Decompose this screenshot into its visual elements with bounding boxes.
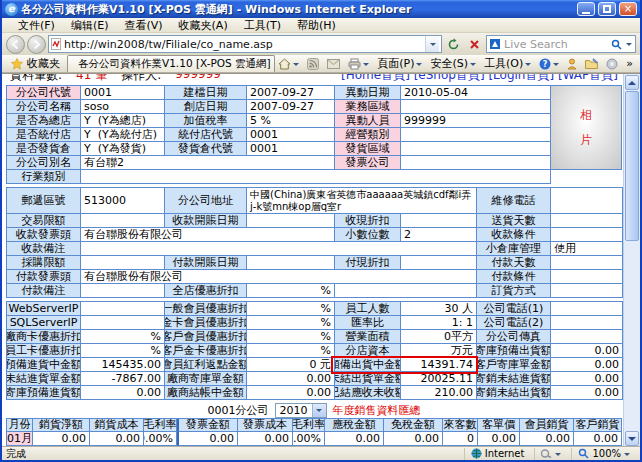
url-dropdown-button[interactable]	[425, 36, 439, 52]
search-icon[interactable]	[611, 39, 622, 50]
search-options-chevron-icon[interactable]	[626, 43, 632, 49]
scrollbar-thumb[interactable]	[625, 91, 639, 241]
form-field[interactable]	[551, 228, 623, 242]
form-field[interactable]: 145435.00	[81, 358, 165, 372]
form-field[interactable]: 0.00%	[293, 432, 325, 446]
menu-favorites[interactable]: 收藏夹(A)	[171, 18, 236, 33]
form-field[interactable]: 0.00	[574, 432, 622, 446]
form-field[interactable]	[81, 214, 165, 228]
menu-file[interactable]: 文件(F)	[10, 18, 63, 33]
form-field[interactable]: %	[247, 330, 335, 344]
form-field[interactable]: 2007-09-27	[247, 100, 335, 114]
menu-help[interactable]: 帮助(H)	[289, 18, 344, 33]
favorites-button[interactable]: 收藏夹	[4, 55, 67, 72]
form-field[interactable]: 0.00	[177, 432, 238, 446]
form-field[interactable]: 有台聯2	[81, 156, 335, 170]
form-field[interactable]: 有台聯股份有限公司	[81, 228, 335, 242]
year-select-button[interactable]	[312, 404, 326, 417]
form-field[interactable]: Y (Y為發貨)	[81, 142, 165, 156]
tab-active[interactable]: 各分公司資料作業V1.10 [X-POS 雲通網]	[67, 55, 275, 72]
close-button[interactable]: ×	[619, 2, 637, 16]
form-field[interactable]: 万元	[401, 344, 477, 358]
form-field[interactable]: 0.00	[384, 432, 443, 446]
form-field[interactable]: 0001	[247, 128, 335, 142]
form-field[interactable]	[401, 142, 551, 156]
form-field[interactable]: 0.00	[247, 372, 335, 386]
form-field[interactable]: %	[247, 284, 335, 298]
form-field[interactable]	[551, 256, 623, 270]
form-field[interactable]	[401, 256, 477, 270]
form-field[interactable]: 使用	[551, 242, 623, 256]
form-field[interactable]: 有台聯股份有限公司	[81, 270, 477, 284]
mail-button[interactable]	[324, 59, 343, 69]
form-field[interactable]: 0.00	[551, 386, 623, 400]
toolbar-overflow-button[interactable]: »	[623, 57, 636, 70]
form-field[interactable]: 0平方	[401, 330, 477, 344]
back-button[interactable]	[6, 35, 25, 54]
menu-tools[interactable]: 工具(T)	[236, 18, 289, 33]
feeds-button[interactable]	[304, 58, 322, 70]
form-field[interactable]: -7867.00	[81, 372, 165, 386]
home-button[interactable]	[275, 58, 302, 70]
form-field[interactable]	[551, 330, 623, 344]
form-field[interactable]: 30 人	[401, 302, 477, 316]
forward-button[interactable]	[27, 35, 46, 54]
help-button[interactable]: ?	[536, 58, 562, 70]
form-field[interactable]	[551, 302, 623, 316]
form-field[interactable]: 0.00	[551, 358, 623, 372]
form-field[interactable]: 0001	[81, 86, 165, 100]
form-field[interactable]: 0.00	[90, 432, 144, 446]
form-field[interactable]	[551, 214, 623, 228]
minimize-button[interactable]	[577, 2, 595, 16]
form-field[interactable]: 210.00	[401, 386, 477, 400]
page-menu-button[interactable]: 頁面(P)	[374, 56, 425, 71]
year-select[interactable]: 2010	[275, 403, 327, 418]
form-field[interactable]: 2007-09-27	[247, 86, 335, 100]
form-field[interactable]: 0.00	[325, 432, 384, 446]
form-field[interactable]	[401, 100, 551, 114]
form-field[interactable]: %	[247, 344, 335, 358]
form-field[interactable]: 999999	[401, 114, 551, 128]
form-field[interactable]	[81, 316, 165, 330]
form-field[interactable]: 0.00	[33, 432, 90, 446]
share-button[interactable]	[582, 58, 601, 69]
form-field[interactable]: 0	[443, 432, 478, 446]
form-field[interactable]	[81, 242, 477, 256]
form-field[interactable]	[401, 128, 551, 142]
vertical-scrollbar[interactable]	[623, 74, 640, 446]
form-field[interactable]: 0.00	[551, 344, 623, 358]
search-input[interactable]: Live Search	[486, 35, 636, 53]
form-field[interactable]: 中國(China)廣東省英德市aaaaaa英城鎮cdf鄰i弄j-k號mn棟op層…	[247, 188, 477, 214]
refresh-button[interactable]	[444, 35, 463, 54]
zoom-panel[interactable]: 100%	[571, 448, 636, 460]
form-field[interactable]	[335, 284, 477, 298]
form-field[interactable]: 1: 1	[401, 316, 477, 330]
form-field[interactable]: 2	[401, 228, 477, 242]
form-field[interactable]	[81, 284, 165, 298]
menu-view[interactable]: 查看(V)	[116, 18, 170, 33]
form-field[interactable]: %	[247, 302, 335, 316]
maximize-button[interactable]	[598, 2, 616, 16]
form-field[interactable]: 0.00	[81, 386, 165, 400]
tools-menu-button[interactable]: 工具(O)	[481, 56, 534, 71]
form-field[interactable]: 0.00%	[144, 432, 177, 446]
protected-mode-panel[interactable]	[534, 448, 567, 460]
form-field[interactable]: 0.00	[551, 372, 623, 386]
form-field[interactable]	[401, 156, 551, 170]
photo-placeholder[interactable]: 相 片	[550, 85, 622, 170]
form-field[interactable]: 0.00	[238, 432, 293, 446]
form-field[interactable]	[551, 284, 623, 298]
messenger-button[interactable]	[564, 58, 580, 70]
form-field[interactable]: 2010-05-04	[401, 86, 551, 100]
form-field[interactable]	[247, 256, 335, 270]
safety-menu-button[interactable]: 安全(S)	[427, 56, 479, 71]
form-field[interactable]: Y (Y為統付店)	[81, 128, 165, 142]
scroll-up-button[interactable]	[625, 75, 639, 90]
form-field[interactable]: 0 元	[247, 358, 335, 372]
form-field[interactable]	[81, 256, 165, 270]
form-field[interactable]	[551, 316, 623, 330]
form-field[interactable]: %	[81, 344, 165, 358]
form-field[interactable]: 0.00	[520, 432, 574, 446]
form-field[interactable]: soso	[81, 100, 165, 114]
form-field[interactable]: 0.00	[247, 386, 335, 400]
